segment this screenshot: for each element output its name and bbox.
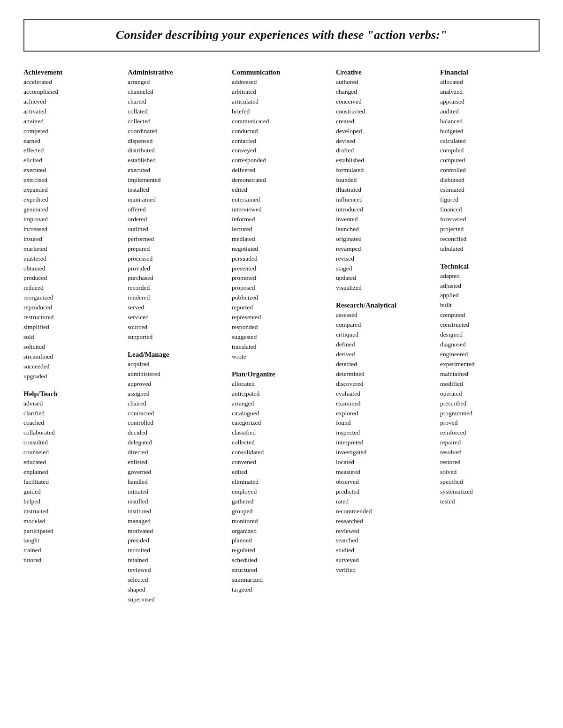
word-item: systematized	[440, 487, 540, 497]
word-item: predicted	[336, 487, 435, 497]
word-item: revamped	[336, 244, 435, 254]
word-item: guided	[23, 487, 123, 497]
category-title-administrative: Administrative	[128, 68, 227, 76]
word-item: provided	[128, 264, 227, 274]
word-item: represented	[232, 313, 331, 323]
word-item: updated	[336, 273, 435, 283]
word-item: formulated	[336, 165, 435, 175]
word-item: specified	[440, 477, 540, 487]
word-item: acquired	[128, 360, 227, 369]
word-item: rated	[336, 497, 435, 507]
word-item: helped	[23, 497, 123, 507]
word-item: engineered	[440, 350, 540, 360]
word-item: arranged	[232, 399, 331, 409]
word-item: computed	[440, 310, 540, 320]
word-item: grouped	[232, 507, 331, 517]
word-item: enlisted	[128, 458, 227, 467]
word-item: authored	[336, 77, 435, 87]
word-item: handled	[128, 477, 227, 487]
word-item: reproduced	[23, 303, 123, 313]
word-item: reinforced	[440, 428, 540, 438]
word-item: staged	[336, 264, 435, 274]
word-item: illustrated	[336, 185, 435, 195]
word-item: developed	[336, 127, 435, 136]
word-item: arbitrated	[232, 87, 331, 97]
word-item: programmed	[440, 409, 540, 419]
word-item: motivated	[128, 526, 227, 536]
word-item: reduced	[23, 283, 123, 293]
word-item: devised	[336, 136, 435, 146]
word-item: estimated	[440, 185, 540, 195]
word-item: calculated	[440, 136, 540, 146]
word-item: achieved	[23, 97, 123, 107]
word-item: supervised	[128, 595, 227, 605]
word-item: catalogued	[232, 409, 331, 419]
word-item: gathered	[232, 497, 331, 507]
word-item: assessed	[336, 310, 435, 320]
word-item: discovered	[336, 379, 435, 389]
word-item: facilitated	[23, 477, 123, 487]
word-item: drafted	[336, 146, 435, 156]
word-item: recommended	[336, 507, 435, 517]
word-item: outlined	[128, 225, 227, 234]
word-item: ordered	[128, 215, 227, 225]
word-item: informed	[232, 215, 331, 225]
word-item: analyzed	[440, 87, 540, 97]
word-item: prescribed	[440, 399, 540, 409]
word-item: searched	[336, 536, 435, 546]
word-item: clarified	[23, 409, 123, 419]
word-item: marketed	[23, 244, 123, 254]
word-item: explored	[336, 409, 435, 419]
word-item: experimented	[440, 360, 540, 369]
word-item: targeted	[232, 585, 331, 595]
column-communication: Communicationaddressedarbitratedarticula…	[232, 68, 331, 595]
word-item: derived	[336, 350, 435, 360]
word-item: evaluated	[336, 389, 435, 399]
word-item: recruited	[128, 546, 227, 555]
word-item: tabulated	[440, 244, 540, 254]
word-item: serviced	[128, 313, 227, 323]
word-item: educated	[23, 458, 123, 467]
word-item: supported	[128, 332, 227, 342]
word-item: collected	[128, 117, 227, 127]
category-title-financial: Financial	[440, 68, 540, 76]
word-item: disbursed	[440, 175, 540, 185]
word-item: researched	[336, 517, 435, 526]
word-item: found	[336, 418, 435, 428]
word-item: anticipated	[232, 389, 331, 399]
word-item: classified	[232, 428, 331, 438]
word-item: streamlined	[23, 352, 123, 362]
word-item: designed	[440, 330, 540, 340]
word-item: interpreted	[336, 438, 435, 448]
word-item: operated	[440, 389, 540, 399]
word-item: improved	[23, 215, 123, 225]
column-achievement: Achievementacceleratedaccomplishedachiev…	[23, 68, 123, 565]
word-item: instructed	[23, 507, 123, 517]
column-administrative: Administrativearrangedchanneledchartedco…	[128, 68, 227, 605]
word-item: explained	[23, 467, 123, 477]
word-item: eliminated	[232, 477, 331, 487]
word-item: edited	[232, 467, 331, 477]
word-item: balanced	[440, 117, 540, 127]
word-item: adapted	[440, 271, 540, 281]
word-item: established	[128, 156, 227, 165]
word-item: reviewed	[336, 526, 435, 536]
word-item: negotiated	[232, 244, 331, 254]
word-item: mediated	[232, 234, 331, 244]
column-creative: Creativeauthoredchangedconceivedconstruc…	[336, 68, 435, 575]
word-item: assigned	[128, 389, 227, 399]
word-item: governed	[128, 467, 227, 477]
word-item: modified	[440, 379, 540, 389]
word-item: decided	[128, 428, 227, 438]
word-item: monitored	[232, 517, 331, 526]
word-item: constructed	[336, 107, 435, 117]
word-item: demonstrated	[232, 175, 331, 185]
word-item: accomplished	[23, 87, 123, 97]
word-item: rendered	[128, 293, 227, 303]
word-item: structured	[232, 565, 331, 575]
word-item: communicated	[232, 117, 331, 127]
word-item: briefed	[232, 107, 331, 117]
word-item: expedited	[23, 195, 123, 205]
word-item: solicited	[23, 342, 123, 352]
word-item: obtained	[23, 264, 123, 274]
